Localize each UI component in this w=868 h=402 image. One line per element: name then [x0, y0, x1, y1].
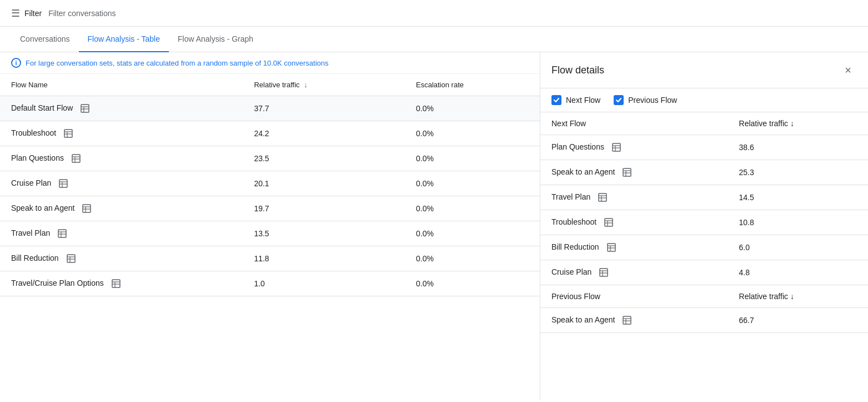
col-header-escalation-rate: Escalation rate [405, 74, 540, 96]
table-icon [66, 253, 77, 264]
traffic-cell: 24.2 [243, 121, 405, 146]
list-item[interactable]: Speak to an Agent 25.3 [540, 160, 868, 185]
flow-details-panel: Flow details × Next Flow Previous Flow [540, 52, 868, 400]
close-button[interactable]: × [839, 61, 857, 79]
main-layout: i For large conversation sets, stats are… [0, 52, 868, 400]
prev-flow-sort-icon: ↓ [790, 292, 794, 301]
table-icon [81, 203, 92, 214]
svg-rect-0 [81, 105, 89, 112]
table-row[interactable]: Plan Questions 23.5 0.0% [0, 146, 540, 171]
svg-rect-4 [64, 130, 72, 137]
next-flow-traffic: 4.8 [728, 260, 868, 285]
svg-rect-8 [72, 155, 80, 162]
table-icon [71, 153, 82, 164]
table-icon [598, 267, 609, 278]
escalation-cell: 0.0% [405, 246, 540, 271]
flow-table: Flow Name Relative traffic ↓ Escalation … [0, 74, 540, 296]
toggle-prev-flow[interactable]: Previous Flow [614, 95, 677, 105]
flow-name-cell: Speak to an Agent [0, 196, 243, 221]
tab-flow-table[interactable]: Flow Analysis - Table [79, 27, 169, 52]
table-row[interactable]: Travel/Cruise Plan Options 1.0 0.0% [0, 271, 540, 296]
top-bar: ☰ Filter Filter conversations [0, 0, 868, 27]
table-icon [111, 278, 122, 289]
svg-rect-28 [112, 280, 120, 287]
prev-flow-checkbox[interactable] [614, 95, 624, 105]
col-header-relative-traffic[interactable]: Relative traffic ↓ [243, 74, 405, 96]
table-row[interactable]: Bill Reduction 11.8 0.0% [0, 246, 540, 271]
table-icon [621, 167, 633, 178]
next-flow-name: Plan Questions [540, 135, 728, 160]
next-flow-section: Next Flow Relative traffic ↓ Plan Questi… [540, 112, 868, 285]
filter-icon: ☰ [11, 7, 20, 19]
list-item[interactable]: Speak to an Agent 66.7 [540, 308, 868, 333]
next-flow-name: Travel Plan [540, 185, 728, 210]
table-icon [63, 128, 74, 139]
svg-rect-56 [623, 316, 631, 324]
table-row[interactable]: Troubleshoot 24.2 0.0% [0, 121, 540, 146]
table-row[interactable]: Travel Plan 13.5 0.0% [0, 221, 540, 246]
panel-title: Flow details [551, 64, 604, 76]
next-flow-traffic: 14.5 [728, 185, 868, 210]
list-item[interactable]: Bill Reduction 6.0 [540, 235, 868, 260]
sort-arrow-icon: ↓ [304, 81, 308, 89]
prev-flow-traffic-header: Relative traffic ↓ [728, 285, 868, 308]
next-flow-name: Speak to an Agent [540, 160, 728, 185]
table-row[interactable]: Cruise Plan 20.1 0.0% [0, 171, 540, 196]
svg-rect-12 [59, 180, 67, 187]
tab-bar: Conversations Flow Analysis - Table Flow… [0, 27, 868, 52]
flow-name-cell: Travel/Cruise Plan Options [0, 271, 243, 296]
next-flow-traffic: 10.8 [728, 210, 868, 235]
escalation-cell: 0.0% [405, 171, 540, 196]
escalation-cell: 0.0% [405, 271, 540, 296]
svg-rect-24 [67, 255, 75, 262]
panel-header: Flow details × [540, 52, 868, 88]
table-row[interactable]: Default Start Flow 37.7 0.0% [0, 96, 540, 121]
table-icon [57, 228, 68, 239]
svg-rect-20 [58, 230, 66, 237]
flow-name-cell: Default Start Flow [0, 96, 243, 121]
next-flow-section-title: Next Flow [540, 112, 728, 135]
flow-name-cell: Plan Questions [0, 146, 243, 171]
tab-conversations[interactable]: Conversations [11, 27, 79, 52]
traffic-cell: 19.7 [243, 196, 405, 221]
prev-flow-label: Previous Flow [628, 96, 677, 105]
svg-rect-48 [608, 244, 615, 251]
table-icon [597, 192, 608, 203]
table-icon [79, 103, 91, 114]
escalation-cell: 0.0% [405, 146, 540, 171]
info-banner: i For large conversation sets, stats are… [0, 52, 540, 74]
list-item[interactable]: Travel Plan 14.5 [540, 185, 868, 210]
info-text: For large conversation sets, stats are c… [26, 59, 329, 67]
col-header-flow-name: Flow Name [0, 74, 243, 96]
tab-flow-graph[interactable]: Flow Analysis - Graph [169, 27, 262, 52]
flow-name-cell: Troubleshoot [0, 121, 243, 146]
traffic-cell: 23.5 [243, 146, 405, 171]
escalation-cell: 0.0% [405, 121, 540, 146]
escalation-cell: 0.0% [405, 96, 540, 121]
table-row[interactable]: Speak to an Agent 19.7 0.0% [0, 196, 540, 221]
next-flow-traffic: 6.0 [728, 235, 868, 260]
list-item[interactable]: Troubleshoot 10.8 [540, 210, 868, 235]
list-item[interactable]: Cruise Plan 4.8 [540, 260, 868, 285]
next-flow-traffic: 25.3 [728, 160, 868, 185]
table-icon [58, 178, 69, 189]
prev-flow-traffic: 66.7 [728, 308, 868, 333]
traffic-cell: 13.5 [243, 221, 405, 246]
next-flow-name: Bill Reduction [540, 235, 728, 260]
next-flow-name: Troubleshoot [540, 210, 728, 235]
table-icon [606, 242, 617, 253]
table-icon [611, 142, 622, 153]
traffic-cell: 1.0 [243, 271, 405, 296]
flow-name-cell: Travel Plan [0, 221, 243, 246]
traffic-cell: 11.8 [243, 246, 405, 271]
next-flow-traffic: 38.6 [728, 135, 868, 160]
toggle-next-flow[interactable]: Next Flow [551, 95, 600, 105]
svg-rect-52 [600, 269, 608, 276]
filter-input-placeholder[interactable]: Filter conversations [48, 9, 116, 18]
list-item[interactable]: Plan Questions 38.6 [540, 135, 868, 160]
next-flow-name: Cruise Plan [540, 260, 728, 285]
next-flow-table: Next Flow Relative traffic ↓ Plan Questi… [540, 112, 868, 285]
escalation-cell: 0.0% [405, 221, 540, 246]
svg-rect-36 [623, 168, 631, 176]
next-flow-checkbox[interactable] [551, 95, 561, 105]
